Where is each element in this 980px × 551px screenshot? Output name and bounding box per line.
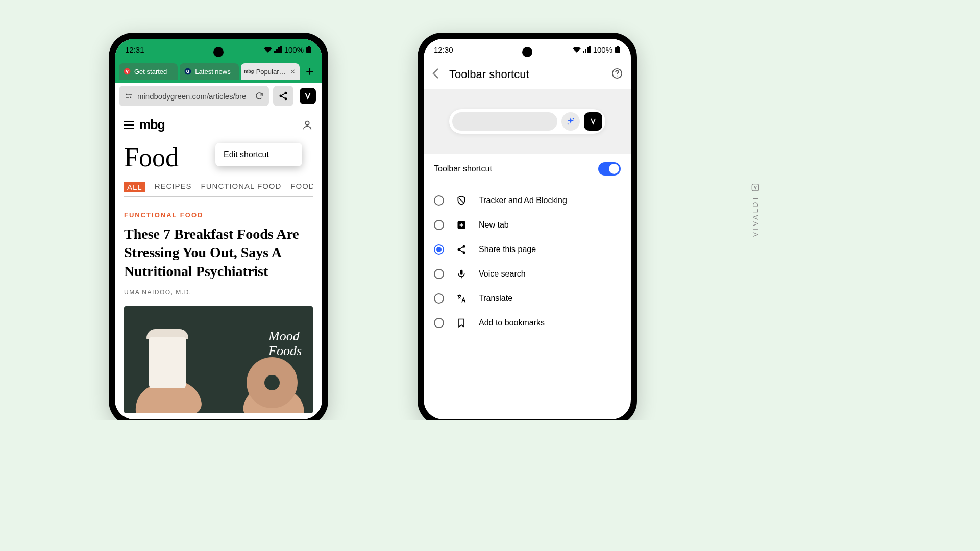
- shortcut-slot-icon: [561, 112, 580, 131]
- shortcut-option-newtab[interactable]: New tab: [424, 213, 631, 237]
- radio-icon: [434, 195, 444, 206]
- camera-hole: [213, 47, 224, 57]
- address-bar-row: mindbodygreen.com/articles/bre: [115, 83, 322, 109]
- battery-text: 100%: [284, 45, 304, 54]
- site-settings-icon[interactable]: [124, 91, 133, 101]
- hamburger-icon[interactable]: [124, 121, 134, 129]
- shortcut-label: Voice search: [479, 269, 526, 279]
- new-tab-button[interactable]: [302, 63, 318, 80]
- shortcut-option-tracker[interactable]: Tracker and Ad Blocking: [424, 188, 631, 213]
- category-tab-trends[interactable]: FOOD TR: [290, 182, 313, 192]
- wifi-icon: [573, 46, 581, 53]
- radio-icon: [434, 269, 444, 279]
- svg-text:G: G: [186, 69, 189, 74]
- status-icons: 100%: [264, 45, 312, 54]
- tab-strip: Get started G Latest news mbg Popular Br…: [115, 60, 322, 83]
- vivaldi-logo-icon: [751, 184, 760, 192]
- shortcut-options-list: Tracker and Ad Blocking New tab Share th…: [424, 184, 631, 339]
- translate-icon: [455, 293, 468, 304]
- help-button[interactable]: [611, 68, 623, 81]
- svg-point-7: [285, 92, 287, 94]
- shortcut-option-voice[interactable]: Voice search: [424, 262, 631, 286]
- shortcut-label: Share this page: [479, 245, 536, 254]
- share-icon: [455, 244, 468, 255]
- radio-icon: [434, 220, 444, 230]
- vivaldi-watermark: VIVALDI: [751, 184, 760, 237]
- radio-icon: [434, 318, 444, 328]
- article-title[interactable]: These 7 Breakfast Foods Are Stressing Yo…: [124, 225, 313, 281]
- signal-icon: [583, 46, 591, 53]
- toggle-label: Toolbar shortcut: [434, 164, 492, 173]
- edit-shortcut-popup[interactable]: Edit shortcut: [215, 143, 302, 166]
- radio-icon: [434, 293, 444, 304]
- preview-url-field: [452, 112, 557, 131]
- svg-point-10: [305, 121, 309, 124]
- chevron-left-icon: [432, 68, 439, 79]
- preview-bar: [449, 109, 605, 134]
- mbg-favicon: mbg: [245, 67, 253, 76]
- tab-popular[interactable]: mbg Popular Br ✕: [241, 63, 300, 80]
- settings-header: Toolbar shortcut: [424, 60, 631, 89]
- address-bar[interactable]: mindbodygreen.com/articles/bre: [119, 86, 269, 106]
- svg-point-14: [617, 76, 618, 77]
- vivaldi-favicon: [123, 67, 131, 76]
- svg-point-5: [126, 94, 128, 95]
- phone-left: 12:31 100% Get started G Latest news mbg…: [109, 33, 328, 420]
- toolbar-shortcut-toggle[interactable]: [598, 162, 621, 176]
- category-tab-all[interactable]: ALL: [124, 182, 145, 192]
- svg-point-8: [280, 95, 282, 97]
- popup-label: Edit shortcut: [224, 150, 269, 159]
- tab-latest-news[interactable]: G Latest news: [180, 63, 238, 80]
- category-tab-recipes[interactable]: RECIPES: [155, 182, 192, 192]
- camera-hole: [522, 47, 532, 57]
- svg-rect-21: [460, 270, 463, 275]
- vivaldi-icon: [584, 112, 602, 131]
- svg-rect-0: [306, 47, 311, 53]
- svg-point-15: [573, 118, 574, 119]
- back-button[interactable]: [432, 68, 439, 81]
- toolbar-preview: [424, 89, 631, 154]
- status-time: 12:30: [434, 45, 453, 54]
- svg-point-9: [285, 97, 287, 100]
- shortcut-option-share[interactable]: Share this page: [424, 237, 631, 262]
- share-icon: [278, 91, 288, 101]
- close-icon[interactable]: ✕: [290, 68, 296, 76]
- svg-rect-12: [617, 46, 619, 47]
- shield-icon: [455, 195, 468, 206]
- battery-icon: [615, 46, 621, 53]
- phone-right: 12:30 100% Toolbar shortcut: [418, 33, 637, 420]
- svg-rect-11: [615, 47, 620, 53]
- tab-label: Popular Br: [256, 68, 287, 76]
- url-text: mindbodygreen.com/articles/bre: [137, 92, 251, 101]
- article-image[interactable]: MoodFoods: [124, 306, 313, 413]
- toolbar-shortcut-toggle-row: Toolbar shortcut: [424, 154, 631, 184]
- svg-point-6: [130, 97, 131, 98]
- svg-rect-1: [308, 46, 310, 47]
- shortcut-label: New tab: [479, 220, 509, 230]
- main-menu-button[interactable]: [298, 86, 318, 106]
- category-tab-functional[interactable]: FUNCTIONAL FOOD: [201, 182, 282, 192]
- mic-icon: [455, 269, 468, 279]
- shortcut-option-translate[interactable]: Translate: [424, 286, 631, 311]
- shortcut-option-bookmark[interactable]: Add to bookmarks: [424, 311, 631, 335]
- share-button[interactable]: [273, 86, 293, 106]
- svg-point-19: [458, 248, 460, 251]
- signal-icon: [274, 46, 282, 53]
- site-logo[interactable]: mbg: [139, 117, 165, 132]
- battery-text: 100%: [593, 45, 612, 54]
- reload-icon[interactable]: [255, 91, 264, 101]
- radio-icon: [434, 244, 444, 255]
- svg-point-18: [463, 245, 465, 248]
- tab-label: Latest news: [195, 68, 230, 76]
- tab-get-started[interactable]: Get started: [119, 63, 178, 80]
- svg-point-16: [568, 123, 569, 124]
- guardian-favicon: G: [184, 67, 192, 76]
- article-author[interactable]: UMA NAIDOO, M.D.: [124, 289, 313, 296]
- shortcut-label: Tracker and Ad Blocking: [479, 196, 567, 205]
- article-category[interactable]: FUNCTIONAL FOOD: [124, 211, 313, 219]
- shortcut-label: Add to bookmarks: [479, 318, 545, 328]
- profile-icon[interactable]: [302, 119, 313, 131]
- status-icons: 100%: [573, 45, 621, 54]
- help-icon: [611, 68, 623, 79]
- wifi-icon: [264, 46, 272, 53]
